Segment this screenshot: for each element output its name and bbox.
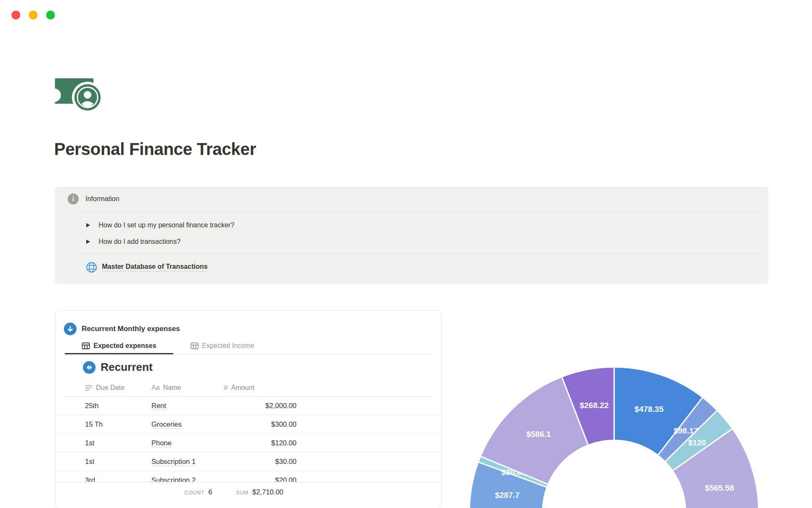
column-name[interactable]: Aa Name bbox=[151, 384, 224, 392]
table-row[interactable]: 15 ThGroceries$300.00 bbox=[55, 415, 442, 434]
table-body: 25thRent$2,000.0015 ThGroceries$300.001s… bbox=[55, 397, 442, 490]
table-row[interactable]: 1stPhone$120.00 bbox=[55, 434, 442, 453]
count-aggregate[interactable]: COUNT 6 bbox=[184, 488, 212, 496]
page-emoji-banknote-coin-icon[interactable] bbox=[55, 77, 102, 113]
notion-page: Personal Finance Tracker i Information H… bbox=[0, 0, 812, 508]
name-cell[interactable]: Subscription 1 bbox=[151, 458, 224, 466]
donut-segment-label: $565.58 bbox=[705, 483, 734, 492]
divider bbox=[81, 254, 758, 254]
minimize-window-button[interactable] bbox=[29, 11, 38, 19]
donut-segment-label: $268.22 bbox=[580, 401, 609, 410]
information-callout: i Information How do I set up my persona… bbox=[55, 187, 768, 284]
page-title: Personal Finance Tracker bbox=[54, 140, 256, 159]
tab-expected-expenses[interactable]: Expected expenses bbox=[65, 337, 173, 354]
table-icon bbox=[82, 342, 90, 350]
globe-icon bbox=[86, 262, 97, 273]
due-date-cell[interactable]: 15 Th bbox=[85, 420, 151, 428]
column-amount[interactable]: # Amount bbox=[224, 384, 302, 392]
number-type-icon: # bbox=[224, 384, 228, 392]
toggle-add-transactions-question[interactable]: How do I add transactions? bbox=[86, 235, 181, 248]
card-title: Recurrent Monthly expenses bbox=[82, 325, 180, 333]
toggle-triangle-icon[interactable] bbox=[86, 223, 90, 227]
amount-cell[interactable]: $2,000.00 bbox=[224, 402, 302, 410]
donut-segment-label: $586.1 bbox=[526, 430, 551, 439]
table-row[interactable]: 25thRent$2,000.00 bbox=[55, 397, 442, 415]
name-cell[interactable]: Phone bbox=[151, 439, 224, 447]
text-type-icon: Aa bbox=[151, 384, 160, 392]
toggle-setup-question[interactable]: How do I set up my personal finance trac… bbox=[86, 219, 234, 232]
recurrent-expenses-card: Recurrent Monthly expenses Expected expe… bbox=[55, 310, 442, 508]
table-footer: COUNT 6 SUM $2,710.00 bbox=[55, 482, 442, 508]
tab-expected-income[interactable]: Expected Income bbox=[173, 337, 272, 354]
circle-down-arrow-icon bbox=[64, 323, 77, 335]
master-database-link[interactable]: Master Database of Transactions bbox=[86, 260, 208, 274]
list-icon bbox=[85, 384, 93, 391]
circle-left-right-arrow-icon bbox=[83, 361, 96, 374]
sum-aggregate[interactable]: SUM $2,710.00 bbox=[236, 488, 283, 496]
info-icon: i bbox=[68, 193, 79, 204]
name-cell[interactable]: Rent bbox=[151, 402, 224, 410]
table-icon bbox=[190, 342, 199, 350]
table-header-row: Due Date Aa Name # Amount bbox=[85, 382, 432, 394]
close-window-button[interactable] bbox=[11, 11, 20, 19]
toggle-triangle-icon[interactable] bbox=[86, 240, 90, 244]
zoom-window-button[interactable] bbox=[46, 11, 55, 19]
due-date-cell[interactable]: 1st bbox=[85, 439, 151, 447]
table-row[interactable]: 1stSubscription 1$30.00 bbox=[55, 453, 442, 471]
amount-cell[interactable]: $120.00 bbox=[224, 439, 302, 447]
amount-cell[interactable]: $30.00 bbox=[224, 458, 302, 466]
divider bbox=[81, 212, 758, 212]
name-cell[interactable]: Groceries bbox=[151, 420, 224, 428]
amount-cell[interactable]: $300.00 bbox=[224, 420, 302, 428]
database-title[interactable]: Recurrent bbox=[101, 361, 153, 374]
due-date-cell[interactable]: 25th bbox=[85, 402, 151, 410]
donut-segment-label: $478.35 bbox=[634, 405, 664, 414]
view-tabs: Expected expenses Expected Income bbox=[55, 337, 442, 354]
expenses-donut-chart: $478.35$98.17$120$565.58$287.7$30.68$586… bbox=[467, 363, 768, 508]
due-date-cell[interactable]: 1st bbox=[85, 458, 151, 466]
window-controls bbox=[11, 11, 55, 19]
column-due-date[interactable]: Due Date bbox=[85, 384, 151, 392]
donut-segment-label: $120 bbox=[688, 438, 706, 447]
donut-segment-label: $287.7 bbox=[495, 491, 519, 500]
callout-title: Information bbox=[85, 195, 119, 203]
